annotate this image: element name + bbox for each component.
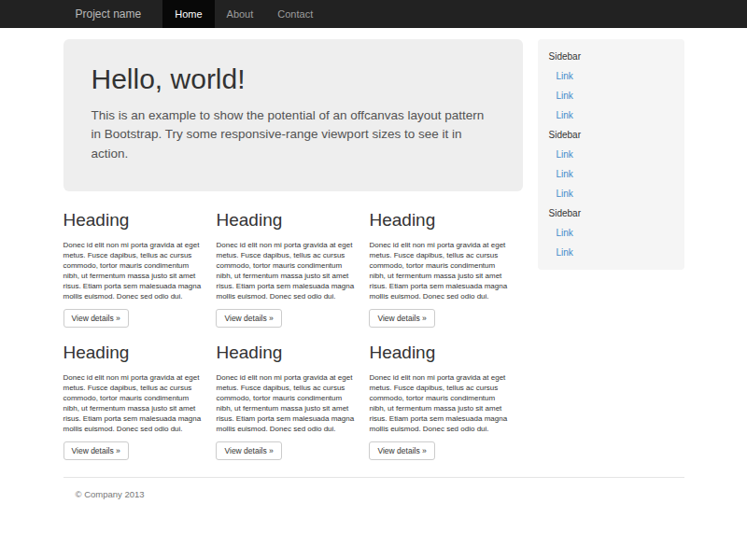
sidebar-link[interactable]: Link — [538, 243, 684, 262]
jumbotron: Hello, world! This is an example to show… — [63, 39, 523, 191]
navbar: Project name Home About Contact — [0, 0, 747, 28]
footer-divider — [63, 477, 684, 478]
card-heading: Heading — [369, 343, 509, 363]
sidebar-heading: Sidebar — [538, 203, 684, 223]
card-body: Donec id elit non mi porta gravida at eg… — [216, 240, 356, 301]
view-details-button[interactable]: View details » — [63, 309, 129, 328]
sidebar-link[interactable]: Link — [538, 66, 684, 86]
sidebar-link[interactable]: Link — [538, 105, 684, 125]
main-column: Hello, world! This is an example to show… — [63, 39, 523, 460]
view-details-button[interactable]: View details » — [216, 309, 281, 328]
sidebar-group-2: Sidebar Link Link Link — [538, 125, 684, 203]
card-heading: Heading — [369, 210, 509, 231]
jumbotron-text: This is an example to show the potential… — [92, 106, 493, 163]
page-title: Hello, world! — [92, 63, 495, 95]
cards-row-1: Heading Donec id elit non mi porta gravi… — [63, 195, 523, 328]
card-heading: Heading — [216, 210, 356, 231]
card-body: Donec id elit non mi porta gravida at eg… — [63, 372, 204, 434]
cards-row-2: Heading Donec id elit non mi porta gravi… — [63, 328, 523, 460]
sidebar-link[interactable]: Link — [538, 164, 684, 184]
navbar-brand[interactable]: Project name — [63, 0, 154, 28]
feature-card: Heading Donec id elit non mi porta gravi… — [369, 328, 522, 460]
page-content: Hello, world! This is an example to show… — [63, 28, 684, 460]
feature-card: Heading Donec id elit non mi porta gravi… — [369, 195, 522, 328]
nav-item-home[interactable]: Home — [162, 0, 214, 28]
sidebar-group-3: Sidebar Link Link — [538, 203, 684, 262]
card-body: Donec id elit non mi porta gravida at eg… — [369, 240, 509, 301]
sidebar-link[interactable]: Link — [538, 184, 684, 203]
card-body: Donec id elit non mi porta gravida at eg… — [369, 372, 509, 434]
nav-item-about[interactable]: About — [215, 0, 266, 28]
copyright-text: © Company 2013 — [63, 489, 684, 499]
card-body: Donec id elit non mi porta gravida at eg… — [216, 372, 356, 434]
view-details-button[interactable]: View details » — [216, 441, 281, 460]
view-details-button[interactable]: View details » — [369, 309, 434, 328]
card-heading: Heading — [63, 343, 204, 363]
sidebar-heading: Sidebar — [538, 47, 684, 66]
sidebar: Sidebar Link Link Link Sidebar Link Link… — [538, 39, 684, 270]
navbar-container: Project name Home About Contact — [63, 0, 684, 28]
feature-card: Heading Donec id elit non mi porta gravi… — [216, 328, 369, 460]
navbar-menu: Home About Contact — [162, 0, 325, 28]
feature-card: Heading Donec id elit non mi porta gravi… — [63, 328, 217, 460]
sidebar-link[interactable]: Link — [538, 223, 684, 243]
card-heading: Heading — [63, 210, 204, 231]
feature-card: Heading Donec id elit non mi porta gravi… — [63, 195, 217, 328]
view-details-button[interactable]: View details » — [63, 441, 129, 460]
view-details-button[interactable]: View details » — [369, 441, 434, 460]
footer: © Company 2013 — [63, 477, 684, 527]
card-body: Donec id elit non mi porta gravida at eg… — [63, 240, 204, 301]
card-heading: Heading — [216, 343, 356, 363]
nav-item-contact[interactable]: Contact — [265, 0, 325, 28]
sidebar-link[interactable]: Link — [538, 145, 684, 164]
sidebar-heading: Sidebar — [538, 125, 684, 145]
feature-card: Heading Donec id elit non mi porta gravi… — [216, 195, 369, 328]
sidebar-group-1: Sidebar Link Link Link — [538, 47, 684, 125]
sidebar-link[interactable]: Link — [538, 86, 684, 105]
